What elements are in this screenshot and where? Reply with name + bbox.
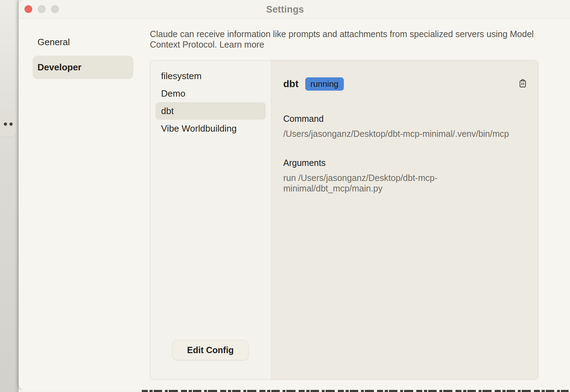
- window-controls: [25, 5, 59, 13]
- arguments-line-1: run /Users/jasonganz/Desktop/dbt-mcp-: [283, 173, 437, 183]
- arguments-line-2: minimal/dbt_mcp/main.py: [283, 183, 382, 193]
- underlying-window-sliver: [19, 390, 570, 392]
- close-button[interactable]: [25, 5, 32, 13]
- zoom-button[interactable]: [51, 5, 59, 13]
- minimize-button[interactable]: [38, 5, 46, 13]
- arguments-label: Arguments: [283, 158, 326, 168]
- ellipsis-dots-icon: [9, 122, 13, 126]
- titlebar[interactable]: Settings: [19, 0, 570, 19]
- clipped-background-text: [142, 390, 569, 392]
- edit-config-button[interactable]: Edit Config: [172, 340, 249, 360]
- arguments-value: run /Users/jasonganz/Desktop/dbt-mcp- mi…: [283, 173, 465, 194]
- mcp-description: Claude can receive information like prom…: [150, 29, 542, 50]
- server-name: dbt: [283, 78, 299, 90]
- server-item-filesystem[interactable]: filesystem: [155, 67, 266, 85]
- command-label: Command: [283, 114, 324, 124]
- desktop-left-strip: [0, 0, 19, 392]
- status-badge: running: [305, 77, 344, 91]
- ellipsis-dots-icon: [4, 122, 7, 126]
- window-title: Settings: [266, 4, 304, 15]
- settings-window: Settings General Developer Claude can re…: [19, 0, 570, 390]
- description-line-1: Claude can receive information like prom…: [150, 29, 507, 39]
- nav-item-developer[interactable]: Developer: [33, 56, 133, 79]
- server-list-pane: filesystem Demo dbt Vibe Worldbuilding E…: [150, 61, 271, 379]
- delete-server-button[interactable]: [518, 78, 528, 89]
- server-detail-header: dbt running: [283, 77, 528, 91]
- nav-item-general[interactable]: General: [33, 33, 133, 51]
- server-list: filesystem Demo dbt Vibe Worldbuilding: [150, 61, 271, 137]
- learn-more-link[interactable]: Learn more: [220, 40, 264, 49]
- settings-nav: General Developer: [33, 33, 133, 79]
- server-detail-pane: dbt running Command /Users/jasonganz/Des…: [271, 61, 538, 379]
- server-item-dbt[interactable]: dbt: [155, 102, 266, 120]
- trash-icon: [519, 79, 527, 88]
- command-value: /Users/jasonganz/Desktop/dbt-mcp-minimal…: [283, 128, 528, 139]
- server-item-demo[interactable]: Demo: [155, 85, 266, 102]
- server-item-vibe-worldbuilding[interactable]: Vibe Worldbuilding: [155, 120, 266, 137]
- window-edge-handle[interactable]: [0, 111, 16, 137]
- mcp-servers-panel: filesystem Demo dbt Vibe Worldbuilding E…: [150, 60, 538, 380]
